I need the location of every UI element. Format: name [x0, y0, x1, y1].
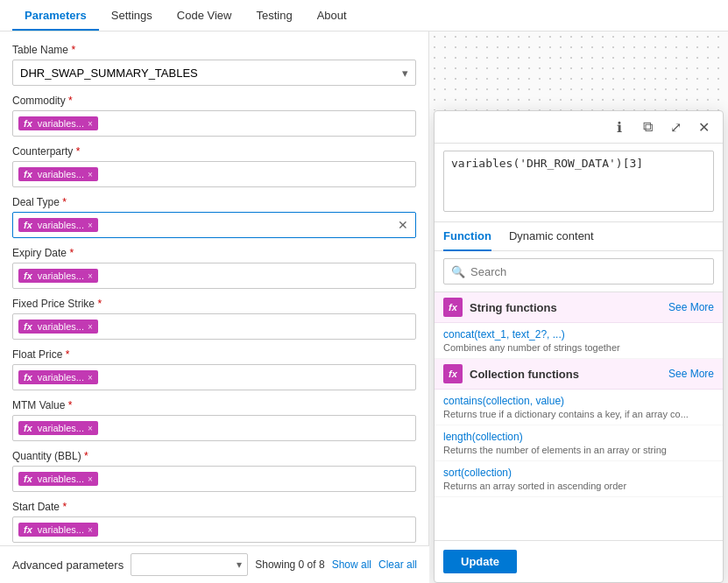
expiry-date-tag: fx variables... ×: [18, 269, 98, 283]
fx-icon: fx: [24, 423, 32, 433]
fx-icon: fx: [24, 220, 32, 230]
fx-icon: fx: [24, 524, 32, 535]
showing-text: Showing 0 of 8: [255, 558, 324, 571]
label-mtm-value: MTM Value *: [12, 399, 416, 411]
fx-badge: fx: [443, 298, 463, 317]
fixed-price-strike-tag: fx variables... ×: [18, 320, 98, 334]
tag-close-icon[interactable]: ×: [88, 271, 93, 281]
fx-icon: fx: [24, 169, 32, 179]
commodity-input[interactable]: fx variables... ×: [12, 110, 416, 137]
deal-type-input[interactable]: fx variables... × ✕: [12, 212, 416, 238]
left-panel: Table Name * DHR_SWAP_SUMMARY_TABLES ▾ C…: [0, 32, 429, 583]
field-counterparty: Counterparty * fx variables... ×: [12, 145, 416, 187]
label-commodity: Commodity *: [12, 95, 416, 107]
expand-button[interactable]: ⤢: [665, 116, 686, 137]
update-button[interactable]: Update: [443, 550, 517, 573]
right-panel: ℹ ⧉ ⤢ ✕ variables('DHR_ROW_DATA')[3] Fun…: [429, 32, 728, 583]
field-expiry-date: Expiry Date * fx variables... ×: [12, 247, 416, 289]
tag-close-icon[interactable]: ×: [88, 221, 93, 230]
fx-badge: fx: [443, 364, 463, 383]
start-date-input[interactable]: fx variables... ×: [12, 516, 416, 543]
start-date-tag: fx variables... ×: [18, 523, 98, 537]
expr-header: ℹ ⧉ ⤢ ✕: [435, 111, 723, 144]
expr-tabs: Function Dynamic content: [435, 222, 723, 251]
label-deal-type: Deal Type *: [12, 196, 416, 208]
bottom-bar: Advanced parameters ▾ Showing 0 of 8 Sho…: [0, 545, 429, 583]
fx-icon: fx: [24, 474, 32, 484]
advanced-params-label: Advanced parameters: [12, 558, 124, 572]
tab-about[interactable]: About: [305, 2, 359, 31]
counterparty-input[interactable]: fx variables... ×: [12, 161, 416, 187]
quantity-bbl-tag: fx variables... ×: [18, 472, 98, 486]
label-fixed-price-strike: Fixed Price Strike *: [12, 298, 416, 310]
label-counterparty: Counterparty *: [12, 145, 416, 158]
tag-close-icon[interactable]: ×: [88, 119, 93, 129]
tab-code-view[interactable]: Code View: [165, 2, 244, 31]
search-box: 🔍: [443, 258, 714, 284]
info-button[interactable]: ℹ: [609, 116, 630, 137]
field-mtm-value: MTM Value * fx variables... ×: [12, 399, 416, 441]
quantity-bbl-input[interactable]: fx variables... ×: [12, 466, 416, 492]
func-concat[interactable]: concat(text_1, text_2?, ...) Combines an…: [435, 323, 723, 359]
search-input[interactable]: [470, 265, 706, 278]
field-fixed-price-strike: Fixed Price Strike * fx variables... ×: [12, 298, 416, 340]
float-price-input[interactable]: fx variables... ×: [12, 364, 416, 390]
table-name-select-wrapper[interactable]: DHR_SWAP_SUMMARY_TABLES ▾: [12, 60, 416, 86]
tag-close-icon[interactable]: ×: [88, 170, 93, 179]
tag-close-icon[interactable]: ×: [88, 525, 93, 535]
expression-textarea[interactable]: variables('DHR_ROW_DATA')[3]: [443, 151, 714, 212]
chevron-down-icon: ▾: [237, 558, 242, 571]
field-start-date: Start Date * fx variables... ×: [12, 501, 416, 543]
fx-icon: fx: [24, 321, 32, 332]
top-nav: Parameters Settings Code View Testing Ab…: [0, 0, 728, 32]
tab-testing[interactable]: Testing: [244, 2, 304, 31]
label-table-name: Table Name *: [12, 44, 416, 56]
field-float-price: Float Price * fx variables... ×: [12, 348, 416, 390]
fx-icon: fx: [24, 118, 32, 129]
expr-footer: Update: [435, 540, 723, 582]
field-commodity: Commodity * fx variables... ×: [12, 95, 416, 137]
clear-all-link[interactable]: Clear all: [378, 558, 417, 571]
tab-function[interactable]: Function: [443, 222, 491, 251]
show-all-link[interactable]: Show all: [332, 558, 371, 571]
advanced-params-select-wrapper[interactable]: ▾: [131, 553, 248, 576]
tab-parameters[interactable]: Parameters: [12, 2, 99, 31]
field-quantity-bbl: Quantity (BBL) * fx variables... ×: [12, 450, 416, 492]
label-float-price: Float Price *: [12, 348, 416, 361]
main-area: Table Name * DHR_SWAP_SUMMARY_TABLES ▾ C…: [0, 32, 728, 583]
label-expiry-date: Expiry Date *: [12, 247, 416, 259]
copy-button[interactable]: ⧉: [637, 116, 658, 137]
commodity-tag: fx variables... ×: [18, 116, 98, 130]
tag-close-icon[interactable]: ×: [88, 373, 93, 383]
mtm-value-input[interactable]: fx variables... ×: [12, 415, 416, 441]
fx-icon: fx: [24, 372, 32, 383]
search-icon: 🔍: [451, 265, 465, 278]
func-contains[interactable]: contains(collection, value) Returns true…: [435, 390, 723, 425]
close-button[interactable]: ✕: [693, 116, 714, 137]
deal-type-tag: fx variables... ×: [18, 218, 98, 232]
mtm-value-tag: fx variables... ×: [18, 421, 98, 435]
tag-close-icon[interactable]: ×: [88, 424, 93, 433]
clear-icon[interactable]: ✕: [394, 216, 412, 234]
fixed-price-strike-input[interactable]: fx variables... ×: [12, 313, 416, 340]
float-price-tag: fx variables... ×: [18, 370, 98, 384]
tag-close-icon[interactable]: ×: [88, 322, 93, 332]
expr-textarea-wrapper: variables('DHR_ROW_DATA')[3]: [435, 144, 723, 222]
string-see-more[interactable]: See More: [668, 301, 714, 313]
tag-close-icon[interactable]: ×: [88, 474, 93, 484]
tab-settings[interactable]: Settings: [99, 2, 165, 31]
expression-editor: ℹ ⧉ ⤢ ✕ variables('DHR_ROW_DATA')[3] Fun…: [434, 110, 724, 583]
function-list: fx String functions See More concat(text…: [435, 292, 723, 540]
tab-dynamic-content[interactable]: Dynamic content: [509, 222, 594, 251]
label-start-date: Start Date *: [12, 501, 416, 513]
func-length[interactable]: length(collection) Returns the number of…: [435, 425, 723, 461]
expr-search-wrapper: 🔍: [435, 251, 723, 292]
string-functions-header: fx String functions See More: [435, 292, 723, 323]
field-table-name: Table Name * DHR_SWAP_SUMMARY_TABLES ▾: [12, 44, 416, 86]
label-quantity-bbl: Quantity (BBL) *: [12, 450, 416, 462]
func-sort[interactable]: sort(collection) Returns an array sorted…: [435, 461, 723, 497]
collection-functions-header: fx Collection functions See More: [435, 359, 723, 390]
expiry-date-input[interactable]: fx variables... ×: [12, 263, 416, 289]
table-name-select[interactable]: DHR_SWAP_SUMMARY_TABLES: [13, 60, 415, 85]
collection-see-more[interactable]: See More: [668, 368, 714, 380]
